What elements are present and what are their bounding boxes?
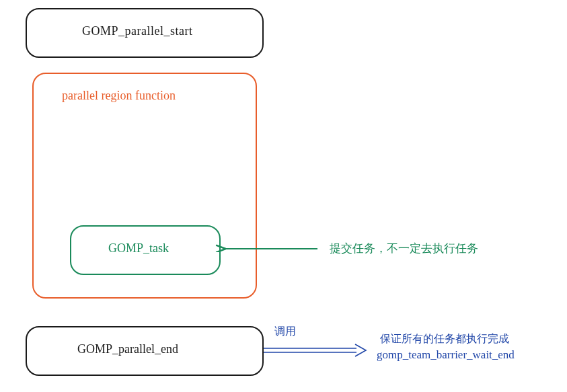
annotation-barrier-func: gomp_team_barrier_wait_end bbox=[377, 348, 515, 362]
annotation-call-label: 调用 bbox=[274, 325, 296, 339]
arrow-task-note bbox=[219, 242, 320, 256]
label-parallel-end: GOMP_parallel_end bbox=[77, 342, 178, 356]
box-parallel-region: parallel region function GOMP_task bbox=[32, 73, 257, 299]
arrow-call-barrier bbox=[262, 344, 370, 359]
box-parallel-end: GOMP_parallel_end bbox=[26, 326, 264, 376]
label-gomp-task: GOMP_task bbox=[108, 241, 169, 256]
label-region-function: parallel region function bbox=[62, 89, 176, 103]
annotation-task-note: 提交任务，不一定去执行任务 bbox=[330, 241, 478, 256]
box-parallel-start: GOMP_parallel_start bbox=[26, 8, 264, 58]
label-parallel-start: GOMP_parallel_start bbox=[82, 24, 192, 38]
annotation-barrier-note: 保证所有的任务都执行完成 bbox=[380, 332, 509, 346]
box-gomp-task: GOMP_task bbox=[70, 225, 221, 275]
